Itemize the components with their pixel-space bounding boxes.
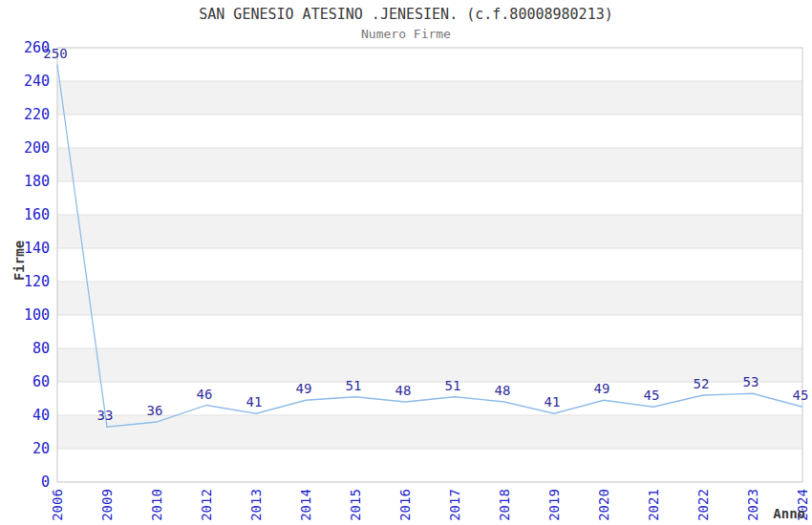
y-tick-label: 120 bbox=[24, 273, 50, 290]
chart-title: SAN GENESIO ATESINO .JENESIEN. (c.f.8000… bbox=[0, 6, 812, 23]
x-tick-label: 2018 bbox=[497, 489, 512, 521]
x-axis-title: Anno bbox=[773, 506, 805, 521]
x-tick-label: 2013 bbox=[248, 489, 264, 521]
data-point-label: 41 bbox=[246, 394, 263, 410]
x-tick-label: 2020 bbox=[596, 489, 611, 521]
data-point-label: 45 bbox=[644, 388, 660, 403]
data-point-label: 41 bbox=[545, 394, 561, 410]
x-tick-label: 2009 bbox=[99, 489, 115, 521]
x-tick-label: 2022 bbox=[695, 489, 711, 521]
y-tick-label: 60 bbox=[32, 373, 50, 390]
plot-band bbox=[57, 282, 802, 315]
data-point-label: 49 bbox=[296, 381, 312, 396]
y-tick-label: 40 bbox=[32, 407, 50, 424]
data-point-label: 49 bbox=[594, 381, 610, 396]
plot-band bbox=[57, 48, 802, 81]
x-tick-label: 2016 bbox=[397, 489, 413, 521]
plot-band bbox=[57, 215, 802, 248]
y-tick-label: 220 bbox=[24, 106, 50, 123]
plot-band bbox=[57, 449, 802, 482]
y-tick-label: 80 bbox=[32, 340, 50, 357]
x-tick-label: 2021 bbox=[646, 489, 661, 521]
y-tick-label: 0 bbox=[41, 473, 50, 491]
plot-area: 2503336464149514851484149455253450204060… bbox=[0, 0, 812, 525]
plot-band bbox=[57, 348, 802, 382]
data-point-label: 36 bbox=[147, 403, 163, 418]
data-point-label: 51 bbox=[445, 378, 461, 393]
data-point-label: 51 bbox=[346, 378, 362, 393]
data-point-label: 33 bbox=[97, 408, 114, 423]
data-point-label: 53 bbox=[743, 374, 759, 389]
plot-band bbox=[57, 315, 802, 348]
plot-band bbox=[57, 81, 802, 115]
data-point-label: 48 bbox=[395, 383, 412, 398]
y-axis-title: Firme bbox=[11, 241, 27, 281]
x-tick-label: 2015 bbox=[348, 489, 363, 521]
plot-band bbox=[57, 148, 802, 181]
x-tick-label: 2019 bbox=[546, 489, 562, 521]
data-point-label: 45 bbox=[793, 388, 809, 403]
y-tick-label: 140 bbox=[24, 240, 50, 257]
data-point-label: 46 bbox=[197, 387, 213, 402]
data-point-label: 52 bbox=[694, 376, 710, 391]
firme-line-chart: SAN GENESIO ATESINO .JENESIEN. (c.f.8000… bbox=[0, 0, 812, 525]
x-tick-label: 2017 bbox=[447, 489, 462, 521]
plot-band bbox=[57, 181, 802, 215]
x-tick-label: 2023 bbox=[745, 489, 760, 521]
x-tick-label: 2012 bbox=[199, 489, 214, 521]
plot-band bbox=[57, 415, 802, 449]
y-tick-label: 240 bbox=[24, 73, 50, 90]
y-tick-label: 200 bbox=[24, 139, 50, 157]
y-tick-label: 160 bbox=[24, 206, 50, 223]
plot-band bbox=[57, 248, 802, 282]
chart-subtitle: Numero Firme bbox=[0, 27, 812, 41]
x-tick-label: 2014 bbox=[298, 489, 313, 521]
y-tick-label: 100 bbox=[24, 306, 50, 324]
y-tick-label: 20 bbox=[32, 440, 50, 457]
y-tick-label: 260 bbox=[24, 39, 50, 56]
x-tick-label: 2006 bbox=[50, 489, 65, 521]
plot-band bbox=[57, 115, 802, 148]
data-point-label: 48 bbox=[495, 383, 511, 398]
y-tick-label: 180 bbox=[24, 173, 50, 190]
x-tick-label: 2010 bbox=[149, 489, 164, 521]
